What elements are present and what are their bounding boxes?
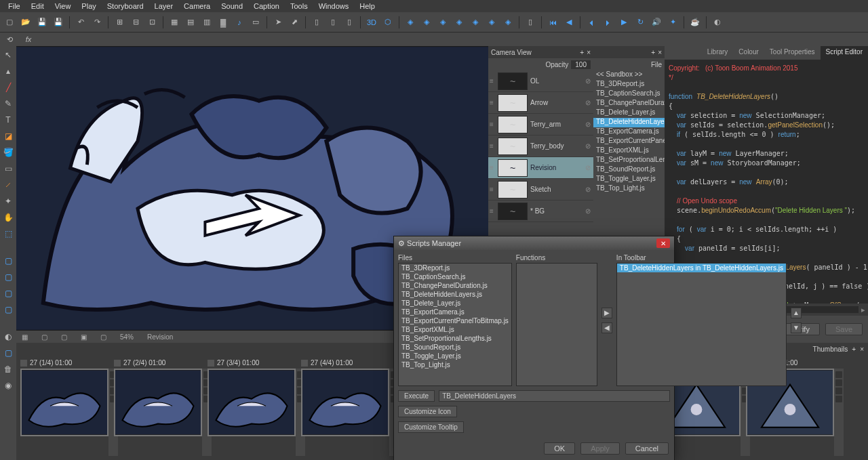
save-icon[interactable]: 💾 [35,16,49,29]
panel-close2-icon[interactable]: × [658,49,662,56]
script-save-button[interactable]: Save [825,323,863,335]
customize-icon-button[interactable]: Customize Icon [398,406,457,417]
tab-tool-properties[interactable]: Tool Properties [764,46,821,60]
c4-icon[interactable]: ◈ [452,16,466,29]
file-item[interactable]: TB_CaptionSearch.js [593,89,665,99]
align2-icon[interactable]: ▯ [326,16,340,29]
tl-add-icon[interactable]: + [852,346,856,353]
grid3-icon[interactable]: ⊡ [145,16,159,29]
sound-icon[interactable]: 🔊 [650,16,663,29]
dialog-functions-list[interactable] [516,263,597,386]
layer-item[interactable]: ≡~* BG⊘ [488,201,593,222]
t16-icon[interactable]: ▢ [2,287,14,299]
text-icon[interactable]: T [2,114,14,126]
t8-icon[interactable]: ▭ [2,163,14,175]
save-all-icon[interactable]: 💾 [52,16,65,29]
scroll-right2-icon[interactable]: ▸ [861,306,865,314]
dialog-file-item[interactable]: TB_Delete_Layer.js [399,299,511,308]
layout3-icon[interactable]: ▥ [200,16,214,29]
script-name-input[interactable] [439,390,670,402]
trash-icon[interactable]: 🗑 [2,363,14,375]
close-icon[interactable]: × [587,49,591,56]
opacity-value[interactable]: 100 [571,60,591,69]
loop-icon[interactable]: ↻ [633,16,647,29]
t15-icon[interactable]: ▢ [2,271,14,283]
menu-help[interactable]: Help [354,2,380,10]
panel-close-icon[interactable]: + [651,49,655,56]
layout2-icon[interactable]: ▤ [184,16,197,29]
dialog-file-item[interactable]: TB_SetProportionalLengths.js [399,334,511,343]
scrub-icon[interactable]: ✦ [666,16,679,29]
c5-icon[interactable]: ◈ [469,16,482,29]
t18-icon[interactable]: ◐ [2,331,14,343]
hand-icon[interactable]: ✋ [2,211,14,224]
dialog-close-button[interactable]: ✕ [656,238,670,248]
menu-windows[interactable]: Windows [313,2,355,10]
select-icon[interactable]: ↖ [2,49,14,61]
c6-icon[interactable]: ◈ [485,16,498,29]
cam-icon[interactable]: ⬡ [381,16,395,29]
dialog-file-item[interactable]: TB_ExportCurrentPanelToBitmap.js [399,316,511,325]
tab-library[interactable]: Library [702,46,734,60]
thumbnail[interactable]: 27 (3/4) 01:00 [208,369,296,456]
status-icon[interactable]: ▦ [22,333,28,341]
dialog-cancel-button[interactable]: Cancel [625,442,669,455]
menu-file[interactable]: File [3,2,26,10]
align1-icon[interactable]: ▯ [310,16,323,29]
fx-icon[interactable]: fx [22,33,35,46]
layer-item[interactable]: ≡~Sketch⊘ [488,179,593,201]
panel-icon[interactable]: ▭ [249,16,262,29]
menu-view[interactable]: View [50,2,77,10]
layer-item[interactable]: ≡~Terry_body⊘ [488,135,593,157]
menu-caption[interactable]: Caption [248,2,285,10]
status-icon4[interactable]: ▣ [81,333,87,341]
grid2-icon[interactable]: ⊟ [129,16,142,29]
dialog-toolbar-list[interactable]: TB_DeleteHiddenLayers in TB_DeleteHidden… [616,263,787,386]
move-down-button[interactable]: ▼ [791,322,802,333]
dialog-file-item[interactable]: TB_CaptionSearch.js [399,272,511,281]
c7-icon[interactable]: ◈ [501,16,515,29]
menu-edit[interactable]: Edit [26,2,50,10]
file-item[interactable]: TB_Delete_Layer.js [593,108,665,118]
new-icon[interactable]: ▢ [3,16,16,29]
file-item[interactable]: TB_DeleteHiddenLayers.js [593,118,665,127]
status-icon3[interactable]: ▢ [61,333,67,341]
brush-icon[interactable]: ╱ [2,81,14,93]
dialog-file-item[interactable]: TB_Top_Light.js [399,360,511,369]
dialog-ok-button[interactable]: OK [544,442,575,455]
t14-icon[interactable]: ▢ [2,255,14,267]
eraser-icon[interactable]: ◪ [2,130,14,142]
arrow2-icon[interactable]: ⬈ [288,16,301,29]
play-prev-icon[interactable]: ◀ [562,16,576,29]
dialog-file-item[interactable]: TB_ExportXML.js [399,325,511,334]
file-item[interactable]: TB_ExportCamera.js [593,127,665,137]
pencil-icon[interactable]: ✎ [2,98,14,110]
s1-icon[interactable]: ⟲ [3,33,16,46]
tl-close-icon[interactable]: × [860,346,864,353]
layer-item[interactable]: ≡~Arrow⊘ [488,92,593,114]
dialog-titlebar[interactable]: ⚙ Scripts Manager ✕ [394,236,674,250]
customize-tooltip-button[interactable]: Customize Tooltip [398,421,464,433]
dialog-files-list[interactable]: TB_3DReport.jsTB_CaptionSearch.jsTB_Chan… [398,263,512,386]
play-icon[interactable]: ▶ [617,16,631,29]
menu-layer[interactable]: Layer [149,2,179,10]
step-back-icon[interactable]: ⏴ [585,16,598,29]
c8-icon[interactable]: ▯ [524,16,537,29]
undo-icon[interactable]: ↶ [74,16,87,29]
file-item[interactable]: TB_ChangePanelDuration.js [593,99,665,108]
layer-item[interactable]: ≡~OL⊘ [488,70,593,92]
t19-icon[interactable]: ▢ [2,347,14,359]
3d-icon[interactable]: 3D [365,16,378,29]
dialog-file-item[interactable]: TB_DeleteHiddenLayers.js [399,290,511,299]
note-icon[interactable]: ♪ [233,16,246,29]
c3-icon[interactable]: ◈ [436,16,450,29]
t10-icon[interactable]: ✦ [2,195,14,207]
grid-icon[interactable]: ⊞ [113,16,126,29]
remove-from-toolbar-button[interactable]: ◀ [601,322,612,333]
toolbar-item[interactable]: TB_DeleteHiddenLayers in TB_DeleteHidden… [617,264,786,272]
dialog-file-item[interactable]: TB_SoundReport.js [399,343,511,352]
align3-icon[interactable]: ▯ [342,16,356,29]
play-first-icon[interactable]: ⏮ [546,16,559,29]
menu-storyboard[interactable]: Storyboard [102,2,149,10]
file-item[interactable]: TB_SetProportionalLengths.js [593,156,665,165]
